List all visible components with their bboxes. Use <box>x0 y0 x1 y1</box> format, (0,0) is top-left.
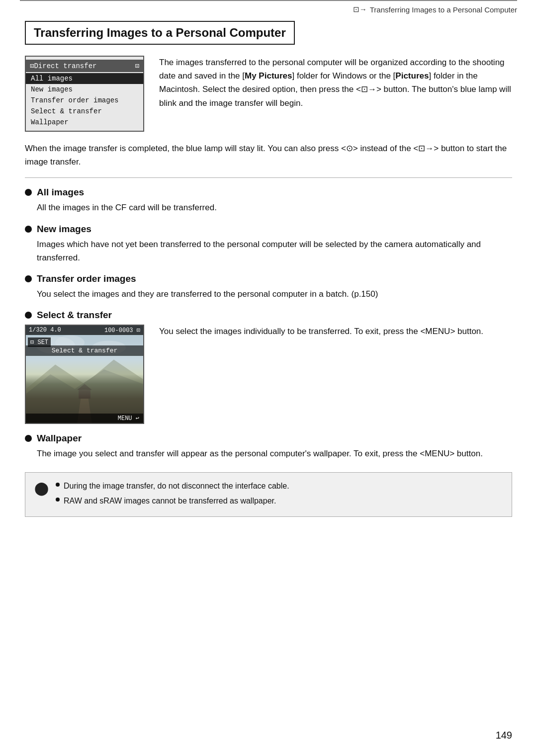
bullet-title-all-images: All images <box>37 187 84 198</box>
bullet-body-wallpaper: The image you select and transfer will a… <box>25 447 512 460</box>
bullet-all-images: All images All the images in the CF card… <box>25 187 512 214</box>
bullet-dot <box>25 189 32 196</box>
cam-bottom-bar: MENU ↩ <box>26 414 143 423</box>
page-number: 149 <box>496 730 512 741</box>
below-paragraph: When the image transfer is completed, th… <box>25 142 512 168</box>
top-description: The images transferred to the personal c… <box>159 56 512 132</box>
bullet-header-all-images: All images <box>25 187 512 198</box>
bullet-new-images: New images Images which have not yet bee… <box>25 224 512 264</box>
header-title: Transferring Images to a Personal Comput… <box>370 5 517 14</box>
bullet-header-transfer-order: Transfer order images <box>25 273 512 284</box>
bullet-dot <box>25 312 32 319</box>
warning-content: During the image transfer, do not discon… <box>56 480 503 509</box>
select-transfer-description: You select the images individually to be… <box>159 325 512 424</box>
bullet-transfer-order: Transfer order images You select the ima… <box>25 273 512 301</box>
warning-bullet <box>56 483 60 487</box>
bullet-select-transfer: Select & transfer <box>25 310 512 424</box>
warning-icon: ⬤ <box>34 481 49 496</box>
bullet-dot <box>25 435 32 442</box>
warning-bullet <box>56 498 60 502</box>
divider-1 <box>25 177 512 178</box>
bullet-title-new-images: New images <box>37 224 91 235</box>
select-transfer-section: 1/320 4.0 100-0003 ⊡ ⊡ SET Select & tran… <box>25 325 512 424</box>
camera-screenshot: 1/320 4.0 100-0003 ⊡ ⊡ SET Select & tran… <box>25 325 144 424</box>
cam-top-bar: 1/320 4.0 100-0003 ⊡ <box>26 326 143 335</box>
warning-item-2: RAW and sRAW images cannot be transferre… <box>56 495 503 507</box>
bullet-dot <box>25 275 32 282</box>
bullet-body-new-images: Images which have not yet been transferr… <box>25 238 512 264</box>
warning-text-2: RAW and sRAW images cannot be transferre… <box>64 495 276 507</box>
svg-rect-6 <box>79 390 90 399</box>
bullet-header-new-images: New images <box>25 224 512 235</box>
cam-title-bar: Select & transfer <box>26 345 143 356</box>
bullet-body-all-images: All the images in the CF card will be tr… <box>25 201 512 214</box>
bullet-body-transfer-order: You select the images and they are trans… <box>25 287 512 301</box>
header-text: ⊡→ Transferring Images to a Personal Com… <box>353 5 517 14</box>
bullet-title-transfer-order: Transfer order images <box>37 273 136 284</box>
menu-header-text: ⊡Direct transfer <box>30 62 96 70</box>
menu-item-transfer-order: Transfer order images <box>26 95 143 106</box>
bullet-header-wallpaper: Wallpaper <box>25 433 512 444</box>
cam-file-info: 100-0003 ⊡ <box>104 327 140 334</box>
header-bar: ⊡→ Transferring Images to a Personal Com… <box>20 0 517 14</box>
bullet-title-select-transfer: Select & transfer <box>37 310 112 321</box>
camera-menu: ⊡Direct transfer ⊡ All images New images… <box>25 56 144 132</box>
section-title: Transferring Images to a Personal Comput… <box>34 26 286 39</box>
menu-item-new-images: New images <box>26 84 143 95</box>
menu-header: ⊡Direct transfer ⊡ <box>26 60 143 72</box>
menu-item-select-transfer: Select & transfer <box>26 106 143 117</box>
warning-box: ⬤ During the image transfer, do not disc… <box>25 472 512 516</box>
menu-item-all-images: All images <box>26 73 143 84</box>
menu-item-wallpaper: Wallpaper <box>26 117 143 128</box>
bullet-wallpaper: Wallpaper The image you select and trans… <box>25 433 512 460</box>
warning-item-1: During the image transfer, do not discon… <box>56 480 503 493</box>
warning-text-1: During the image transfer, do not discon… <box>64 480 289 493</box>
menu-header-icon: ⊡ <box>135 62 139 70</box>
cam-exposure: 1/320 4.0 <box>29 327 61 334</box>
section-title-box: Transferring Images to a Personal Comput… <box>25 21 295 45</box>
bullet-header-select-transfer: Select & transfer <box>25 310 512 321</box>
transfer-header-icon: ⊡→ <box>353 5 367 14</box>
bullet-dot <box>25 226 32 233</box>
main-content: Transferring Images to a Personal Comput… <box>0 16 537 547</box>
top-section: ⊡Direct transfer ⊡ All images New images… <box>25 56 512 132</box>
bullet-title-wallpaper: Wallpaper <box>37 433 82 444</box>
cam-menu-button: MENU ↩ <box>118 415 139 422</box>
